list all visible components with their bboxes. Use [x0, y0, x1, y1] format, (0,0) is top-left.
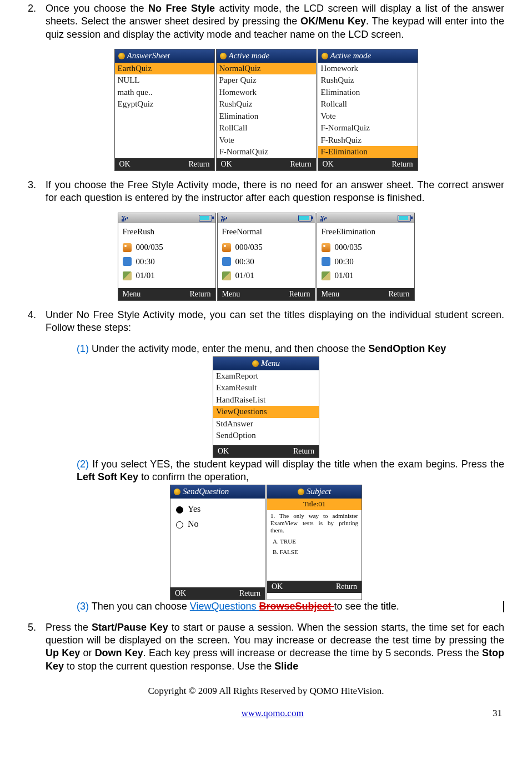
- list-row[interactable]: EgyptQuiz: [115, 98, 214, 110]
- softkey-ok[interactable]: OK: [218, 446, 229, 456]
- list-row[interactable]: Paper Quiz: [217, 74, 316, 87]
- list-row-selected[interactable]: F-Elimination: [318, 146, 418, 158]
- count-row: 000/035: [123, 240, 211, 255]
- list-row[interactable]: RushQuiz: [217, 98, 316, 110]
- question-row: 01/01: [222, 269, 310, 283]
- option-yes[interactable]: Yes: [175, 502, 260, 517]
- lcd-body: FreeElimination 000/035 00:30 01/01: [317, 223, 414, 288]
- pen-icon: [222, 271, 231, 280]
- text: If you select YES, the student keypad wi…: [92, 459, 504, 470]
- lcd-freeelimination: Y FreeElimination 000/035 00:30 01/01 Me…: [317, 213, 415, 301]
- list-row[interactable]: Homework: [217, 87, 316, 99]
- lcd-activemode-2: Active mode Homework RushQuiz Eliminatio…: [318, 49, 418, 171]
- battery-icon: [398, 215, 411, 222]
- lcd-titlebar: Active mode: [318, 49, 418, 63]
- lcd-row-freestyle: Y FreeRush 000/035 00:30 01/01 MenuRetur…: [28, 213, 504, 301]
- lcd-footer: OKReturn: [318, 158, 418, 170]
- lcd-footer: OKReturn: [115, 158, 214, 170]
- list-row[interactable]: ExamResult: [213, 382, 319, 394]
- softkey-ok[interactable]: OK: [323, 159, 334, 169]
- list-row[interactable]: F-NormalQuiz: [217, 146, 316, 158]
- softkey-return[interactable]: Return: [336, 582, 357, 592]
- list-row[interactable]: SendOption: [213, 430, 319, 442]
- question-value: 01/01: [335, 270, 354, 281]
- softkey-return[interactable]: Return: [293, 446, 314, 456]
- list-row[interactable]: NULL: [115, 74, 214, 87]
- softkey-ok[interactable]: OK: [119, 159, 131, 169]
- list-row[interactable]: Vote: [217, 134, 316, 147]
- option-a: A. TRUE: [267, 536, 362, 546]
- list-row-selected[interactable]: NormalQuiz: [217, 63, 316, 75]
- bold-term: Slide: [274, 661, 298, 672]
- list-row[interactable]: HandRaiseList: [213, 394, 319, 406]
- option-b: B. FALSE: [267, 547, 362, 557]
- lcd-answersheet: AnswerSheet EarthQuiz NULL math que.. Eg…: [114, 49, 215, 171]
- page-number: 31: [493, 707, 502, 719]
- list-row[interactable]: RollCall: [217, 122, 316, 134]
- lcd-body: Title:01 1. The only way to administer E…: [267, 499, 362, 581]
- item-text: Once you choose the No Free Style activi…: [46, 2, 504, 41]
- softkey-return[interactable]: Return: [392, 159, 413, 169]
- softkey-return[interactable]: Return: [388, 289, 409, 299]
- lcd-title: Active mode: [330, 51, 372, 62]
- list-row[interactable]: StdAnswer: [213, 418, 319, 430]
- item-number: 4.: [28, 309, 46, 335]
- signal-icon: Y: [320, 215, 329, 222]
- softkey-ok[interactable]: OK: [221, 159, 232, 169]
- lcd-menu: Menu ExamReport ExamResult HandRaiseList…: [213, 356, 319, 458]
- bold-term: OK/Menu Key: [300, 16, 366, 27]
- item-number: 5.: [28, 621, 46, 673]
- text: Press the: [46, 622, 92, 633]
- softkey-menu[interactable]: Menu: [222, 289, 240, 299]
- link-viewquestions[interactable]: ViewQuestions: [190, 601, 259, 612]
- question-value: 01/01: [136, 270, 155, 281]
- text: Under the activity mode, enter the menu,…: [92, 343, 368, 354]
- list-row[interactable]: Elimination: [318, 87, 418, 99]
- lcd-titlebar: AnswerSheet: [115, 49, 214, 63]
- option-no[interactable]: No: [175, 517, 260, 532]
- lcd-titlebar: Active mode: [217, 49, 316, 63]
- softkey-ok[interactable]: OK: [272, 582, 283, 592]
- softkey-return[interactable]: Return: [189, 289, 210, 299]
- lcd-sendquestion: SendQuestion Yes No OKReturn: [170, 485, 265, 600]
- softkey-return[interactable]: Return: [290, 159, 311, 169]
- softkey-return[interactable]: Return: [188, 159, 209, 169]
- lcd-footer: OKReturn: [267, 581, 362, 593]
- lcd-title: AnswerSheet: [127, 51, 170, 62]
- list-row-selected[interactable]: EarthQuiz: [115, 63, 214, 75]
- softkey-ok[interactable]: OK: [175, 588, 186, 598]
- list-item-2: 2. Once you choose the No Free Style act…: [28, 2, 504, 41]
- softkey-menu[interactable]: Menu: [123, 289, 141, 299]
- list-row[interactable]: F-NormalQuiz: [318, 122, 418, 134]
- lcd-freenormal: Y FreeNormal 000/035 00:30 01/01 MenuRet…: [217, 213, 315, 301]
- list-row[interactable]: F-RushQuiz: [318, 134, 418, 147]
- list-row[interactable]: Elimination: [217, 110, 316, 123]
- list-row[interactable]: Rollcall: [318, 98, 418, 110]
- sub-item-3: (3) Then you can choose ViewQuestions Br…: [77, 600, 504, 613]
- softkey-menu[interactable]: Menu: [322, 289, 340, 299]
- softkey-return[interactable]: Return: [289, 289, 310, 299]
- lcd-statusbar: Y: [218, 213, 315, 223]
- list-row[interactable]: math que..: [115, 87, 214, 99]
- list-row[interactable]: RushQuiz: [318, 74, 418, 87]
- lcd-body: NormalQuiz Paper Quiz Homework RushQuiz …: [217, 63, 316, 158]
- app-icon: [298, 489, 304, 495]
- time-row: 00:30: [123, 255, 211, 269]
- list-row[interactable]: Vote: [318, 110, 418, 123]
- url-link[interactable]: www.qomo.com: [241, 707, 303, 719]
- lcd-body: Yes No: [170, 499, 265, 587]
- item-text: If you choose the Free Style Activity mo…: [46, 179, 504, 205]
- lcd-statusbar: Y: [317, 213, 414, 223]
- users-icon: [123, 243, 132, 252]
- softkey-return[interactable]: Return: [239, 588, 260, 598]
- lcd-body: FreeNormal 000/035 00:30 01/01: [218, 223, 315, 288]
- time-value: 00:30: [136, 256, 155, 268]
- lcd-titlebar: SendQuestion: [170, 485, 265, 499]
- item-number: 2.: [28, 2, 46, 41]
- clock-icon: [123, 257, 132, 266]
- list-row[interactable]: Homework: [318, 63, 418, 75]
- bold-term: Left Soft Key: [77, 471, 138, 482]
- list-row[interactable]: ExamReport: [213, 370, 319, 383]
- list-row-selected[interactable]: ViewQuestions: [213, 406, 319, 418]
- question-row: 01/01: [322, 269, 410, 283]
